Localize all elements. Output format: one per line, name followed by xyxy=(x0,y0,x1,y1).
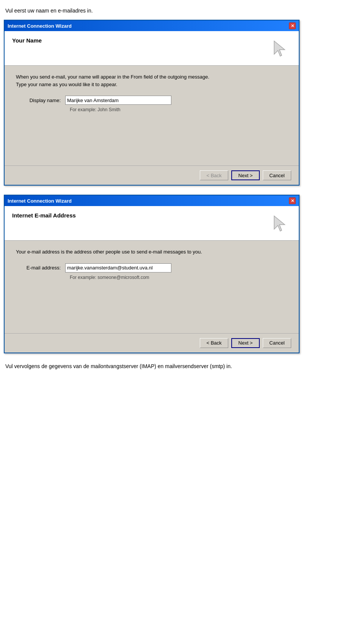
close-button-2[interactable]: ✕ xyxy=(289,197,296,204)
email-input[interactable] xyxy=(65,263,171,272)
titlebar-2: Internet Connection Wizard ✕ xyxy=(5,195,299,206)
displayname-example: For example: John Smith xyxy=(70,107,287,112)
wizard-footer-1: < Back Next > Cancel xyxy=(5,165,299,185)
wizard-window-1: Internet Connection Wizard ✕ Your Name W… xyxy=(4,20,300,186)
wizard-header-text-2: Internet E-mail Address xyxy=(12,212,76,219)
close-button-1[interactable]: ✕ xyxy=(289,22,296,29)
wizard-content-1: When you send e-mail, your name will app… xyxy=(5,66,299,165)
next-button-2[interactable]: Next > xyxy=(231,338,260,348)
wizard-body-2: Internet E-mail Address Your e-mail addr… xyxy=(5,206,299,353)
form-row-displayname: Display name: xyxy=(16,96,287,105)
wizard-footer-2: < Back Next > Cancel xyxy=(5,333,299,353)
wizard-body-1: Your Name When you send e-mail, your nam… xyxy=(5,31,299,185)
cursor-icon-1 xyxy=(270,39,289,58)
back-button-1[interactable]: < Back xyxy=(200,170,228,180)
cursor-icon-2 xyxy=(270,214,289,233)
wizard-window-2: Internet Connection Wizard ✕ Internet E-… xyxy=(4,195,300,353)
section-heading-2: Internet E-mail Address xyxy=(12,212,76,219)
window2-title: Internet Connection Wizard xyxy=(8,198,72,204)
form-row-email: E-mail address: xyxy=(16,263,287,272)
displayname-input[interactable] xyxy=(65,96,171,105)
window1-title: Internet Connection Wizard xyxy=(8,23,72,29)
wizard-icon-1 xyxy=(268,37,291,60)
wizard-description-1: When you send e-mail, your name will app… xyxy=(16,73,287,88)
svg-marker-0 xyxy=(274,41,285,56)
wizard-header-2: Internet E-mail Address xyxy=(5,206,299,241)
email-example: For example: someone@microsoft.com xyxy=(70,275,287,280)
wizard-header-1: Your Name xyxy=(5,31,299,66)
cancel-button-2[interactable]: Cancel xyxy=(263,338,291,348)
titlebar-1: Internet Connection Wizard ✕ xyxy=(5,20,299,31)
back-button-2[interactable]: < Back xyxy=(200,338,228,348)
displayname-label: Display name: xyxy=(16,98,65,103)
wizard-description-2: Your e-mail address is the address other… xyxy=(16,248,287,256)
wizard-icon-2 xyxy=(268,212,291,235)
section-heading-1: Your Name xyxy=(12,37,42,44)
email-label: E-mail address: xyxy=(16,265,65,271)
wizard-header-text-1: Your Name xyxy=(12,37,42,44)
next-button-1[interactable]: Next > xyxy=(231,170,260,180)
bottom-instruction: Vul vervolgens de gegevens van de mailon… xyxy=(4,362,360,370)
top-instruction: Vul eerst uw naam en e-mailadres in. xyxy=(4,8,360,14)
svg-marker-1 xyxy=(274,216,285,231)
wizard-content-2: Your e-mail address is the address other… xyxy=(5,241,299,333)
cancel-button-1[interactable]: Cancel xyxy=(263,170,291,180)
